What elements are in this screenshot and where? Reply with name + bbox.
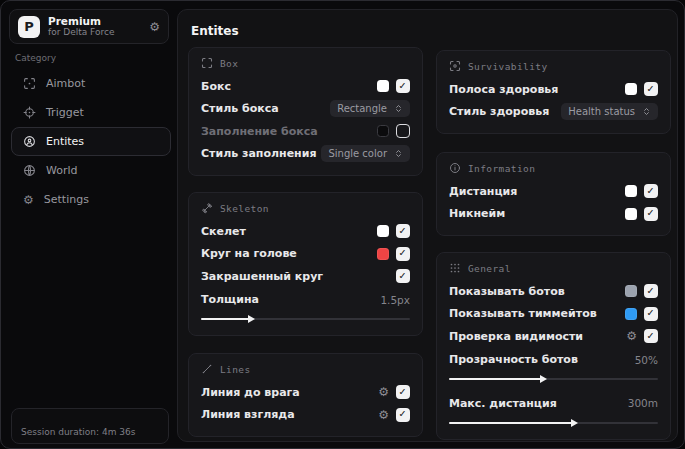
checkbox[interactable] [396, 269, 410, 283]
checkbox[interactable] [396, 408, 410, 422]
checkbox[interactable] [644, 329, 658, 343]
panel-title: Information [468, 163, 535, 174]
setting-row: Макс. дистанция 300m [449, 392, 658, 415]
checkbox[interactable] [644, 82, 658, 96]
sidebar: P Premium for Delta Force ⚙ Category Aim… [1, 1, 177, 449]
session-duration-text: Session duration: 4m 36s [21, 427, 135, 437]
health-style-select[interactable]: Health status [561, 103, 658, 120]
setting-row: Линия до врага ⚙ [201, 381, 410, 404]
setting-row: Бокс [201, 75, 410, 98]
sidebar-item-world[interactable]: World [11, 156, 171, 185]
color-swatch[interactable] [625, 185, 637, 197]
select-value: Single color [328, 148, 387, 159]
setting-label: Стиль заполнения [201, 147, 316, 160]
sidebar-item-aimbot[interactable]: Aimbot [11, 69, 171, 98]
skeleton-panel: Skeleton Скелет Круг на голове [188, 192, 423, 336]
color-swatch[interactable] [377, 80, 389, 92]
setting-label: Закрашенный круг [201, 270, 323, 283]
color-swatch[interactable] [377, 225, 389, 237]
sidebar-nav: Aimbot Trigget Entites World [11, 69, 171, 214]
globe-icon [23, 164, 36, 177]
checkbox[interactable] [396, 79, 410, 93]
setting-label: Макс. дистанция [449, 397, 557, 410]
checkbox[interactable] [644, 207, 658, 221]
slider-value: 1.5px [380, 294, 410, 306]
gear-icon[interactable]: ⚙ [378, 386, 389, 398]
sidebar-item-label: Entites [46, 135, 84, 148]
setting-label: Дистанция [449, 185, 517, 198]
gear-icon[interactable]: ⚙ [149, 21, 160, 33]
color-swatch[interactable] [377, 248, 389, 260]
brand-logo: P [18, 16, 40, 38]
page-title: Entites [191, 24, 239, 38]
setting-row: Дистанция [449, 180, 658, 203]
checkbox[interactable] [396, 124, 410, 138]
setting-label: Линия до врага [201, 386, 300, 399]
setting-label: Прозрачность ботов [449, 353, 578, 366]
settings-gear-icon: ⚙ [23, 194, 34, 206]
select-value: Health status [568, 106, 635, 117]
brand-card: P Premium for Delta Force ⚙ [9, 9, 169, 44]
right-column: Survivability Полоса здоровья Стиль здор… [436, 50, 671, 449]
slider-thumb[interactable] [248, 315, 255, 323]
panel-title: Box [220, 58, 238, 69]
setting-row: Скелет [201, 220, 410, 243]
setting-row: Прозрачность ботов 50% [449, 349, 658, 372]
setting-row: Толщина 1.5px [201, 289, 410, 312]
color-swatch[interactable] [377, 125, 389, 137]
sidebar-item-entites[interactable]: Entites [11, 127, 171, 156]
color-swatch[interactable] [625, 285, 637, 297]
sidebar-item-label: World [46, 164, 78, 177]
bone-icon [201, 202, 213, 214]
slider-thumb[interactable] [540, 375, 547, 383]
max-distance-slider[interactable] [449, 417, 658, 429]
setting-label: Круг на голове [201, 247, 297, 260]
color-swatch[interactable] [625, 208, 637, 220]
setting-label: Бокс [201, 80, 231, 93]
color-swatch[interactable] [625, 83, 637, 95]
bot-opacity-slider[interactable] [449, 373, 658, 385]
brand-title: Premium [48, 15, 141, 27]
slider-value: 50% [635, 354, 658, 366]
sidebar-item-settings[interactable]: ⚙ Settings [11, 185, 171, 214]
setting-label: Проверка видимости [449, 330, 583, 343]
information-panel: Information Дистанция Никнейм [436, 152, 671, 236]
gear-icon[interactable]: ⚙ [626, 330, 637, 342]
chevrons-up-down-icon [642, 107, 651, 116]
lines-panel: Lines Линия до врага ⚙ Линия взгляда ⚙ [188, 353, 423, 437]
session-duration-card: Session duration: 4m 36s [11, 408, 169, 444]
setting-label: Толщина [201, 293, 259, 306]
left-column: Box Бокс Стиль бокса Rectangle [188, 47, 423, 449]
setting-label: Полоса здоровья [449, 83, 558, 96]
setting-row: Закрашенный круг [201, 265, 410, 288]
checkbox[interactable] [396, 224, 410, 238]
checkbox[interactable] [644, 307, 658, 321]
setting-label: Стиль бокса [201, 102, 279, 115]
setting-row: Линия взгляда ⚙ [201, 404, 410, 427]
setting-label: Линия взгляда [201, 408, 295, 421]
panel-title: Survivability [468, 61, 548, 72]
gear-icon[interactable]: ⚙ [378, 409, 389, 421]
checkbox[interactable] [644, 284, 658, 298]
sidebar-item-trigget[interactable]: Trigget [11, 98, 171, 127]
checkbox[interactable] [396, 247, 410, 261]
setting-row: Показывать тиммейтов [449, 303, 658, 326]
checkbox[interactable] [644, 184, 658, 198]
color-swatch[interactable] [625, 308, 637, 320]
setting-row: Стиль бокса Rectangle [201, 98, 410, 121]
info-icon [449, 162, 461, 174]
slider-thumb[interactable] [571, 419, 578, 427]
setting-row: Полоса здоровья [449, 78, 658, 101]
setting-row: Круг на голове [201, 243, 410, 266]
fill-style-select[interactable]: Single color [321, 145, 410, 162]
setting-label: Скелет [201, 225, 246, 238]
checkbox[interactable] [396, 385, 410, 399]
setting-label: Заполнение бокса [201, 125, 318, 138]
box-style-select[interactable]: Rectangle [330, 100, 410, 117]
panel-title: Lines [220, 364, 251, 375]
trigger-icon [23, 106, 36, 119]
thickness-slider[interactable] [201, 313, 410, 325]
setting-label: Стиль здоровья [449, 105, 549, 118]
panel-title: Skeleton [220, 203, 269, 214]
entities-icon [23, 135, 36, 148]
